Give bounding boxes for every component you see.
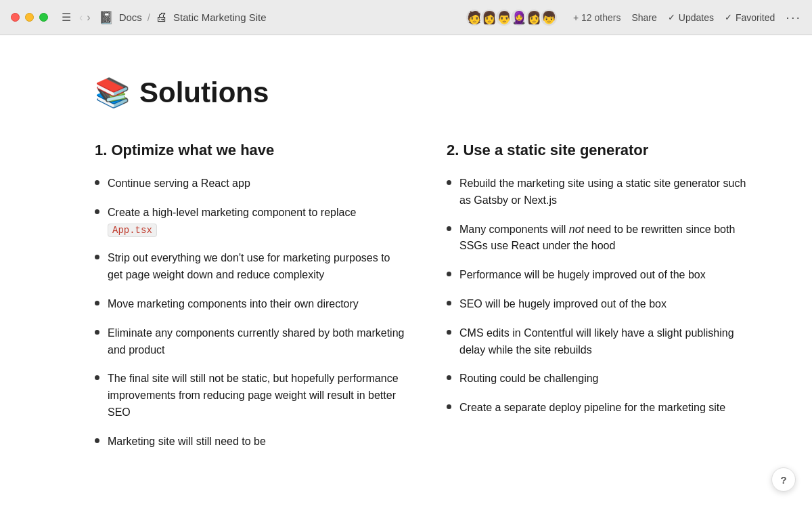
forward-arrow[interactable]: ›: [87, 12, 90, 24]
col2-heading: 2. Use a static site generator: [447, 142, 758, 159]
traffic-lights: [11, 13, 48, 22]
bullet-dot: [447, 330, 451, 335]
list-item: Move marketing components into their own…: [95, 296, 406, 313]
bullet-dot: [447, 180, 451, 185]
list-item: Create a separate deploy pipeline for th…: [447, 400, 758, 417]
column-1: 1. Optimize what we have Continue servin…: [95, 142, 406, 450]
titlebar-right: 🧑 👩 👨 🧕 👩 👦 + 12 others Share ✓ Updates …: [465, 8, 801, 27]
bullet-dot: [95, 375, 99, 380]
minimize-button[interactable]: [25, 13, 34, 22]
avatar-group: 🧑 👩 👨 🧕 👩 👦: [465, 8, 558, 27]
avatar: 👦: [539, 8, 558, 27]
list-item: The final site will still not be static,…: [95, 371, 406, 421]
col1-list: Continue serving a React app Create a hi…: [95, 175, 406, 450]
list-item: Eliminate any components currently share…: [95, 325, 406, 359]
favorited-button[interactable]: ✓ Favorited: [725, 12, 775, 23]
breadcrumb-page[interactable]: Static Marketing Site: [173, 12, 267, 23]
list-item-text: Many components will not need to be rewr…: [459, 221, 758, 255]
code-tag: App.tsx: [108, 224, 157, 237]
list-item-text: Create a high-level marketing component …: [108, 205, 406, 238]
list-item-text: Marketing site will still need to be: [108, 433, 266, 450]
docs-icon: 📓: [99, 10, 114, 25]
more-users-label: + 12 others: [573, 12, 621, 23]
share-button[interactable]: Share: [631, 12, 656, 23]
titlebar: ☰ ‹ › 📓 Docs / 🖨 Static Marketing Site 🧑…: [0, 0, 812, 35]
close-button[interactable]: [11, 13, 20, 22]
list-item: Many components will not need to be rewr…: [447, 221, 758, 255]
list-item-text: Performance will be hugely improved out …: [459, 267, 706, 284]
list-item: Routing could be challenging: [447, 371, 758, 387]
content-area: 📚 Solutions 1. Optimize what we have Con…: [0, 35, 812, 508]
check-icon: ✓: [668, 12, 675, 22]
share-label: Share: [631, 12, 656, 23]
title-emoji: 📚: [95, 76, 130, 109]
bullet-dot: [447, 375, 451, 380]
page-title: 📚 Solutions: [95, 76, 758, 109]
bullet-dot: [95, 255, 99, 259]
list-item: Performance will be hugely improved out …: [447, 267, 758, 284]
list-item-text: SEO will be hugely improved out of the b…: [459, 296, 667, 313]
list-item-text: Routing could be challenging: [459, 371, 598, 387]
bullet-dot: [447, 404, 451, 409]
bullet-dot: [95, 301, 99, 305]
bullet-dot: [447, 226, 451, 231]
list-item: Strip out everything we don't use for ma…: [95, 250, 406, 284]
bullet-dot: [447, 272, 451, 276]
fullscreen-button[interactable]: [39, 13, 48, 22]
list-item-text: CMS edits in Contentful will likely have…: [459, 325, 758, 359]
list-item: Marketing site will still need to be: [95, 433, 406, 450]
list-item-text: Continue serving a React app: [108, 175, 250, 192]
bullet-dot: [447, 301, 451, 305]
hamburger-icon[interactable]: ☰: [62, 11, 71, 24]
col2-list: Rebuild the marketing site using a stati…: [447, 175, 758, 417]
nav-arrows: ‹ ›: [79, 12, 91, 24]
list-item-text: Rebuild the marketing site using a stati…: [459, 175, 758, 209]
list-item-text: Move marketing components into their own…: [108, 296, 359, 313]
column-2: 2. Use a static site generator Rebuild t…: [447, 142, 758, 450]
bullet-dot: [95, 180, 99, 185]
favorited-label: Favorited: [736, 12, 775, 23]
list-item-text: Eliminate any components currently share…: [108, 325, 406, 359]
breadcrumb-separator: /: [148, 12, 150, 23]
title-text: Solutions: [139, 77, 269, 109]
updates-label: Updates: [679, 12, 714, 23]
bullet-dot: [95, 330, 99, 335]
more-options-button[interactable]: ···: [786, 9, 801, 25]
list-item-text: The final site will still not be static,…: [108, 371, 406, 421]
list-item: SEO will be hugely improved out of the b…: [447, 296, 758, 313]
breadcrumb: 📓 Docs / 🖨 Static Marketing Site: [99, 10, 267, 25]
list-item: Continue serving a React app: [95, 175, 406, 192]
list-item: CMS edits in Contentful will likely have…: [447, 325, 758, 359]
bullet-dot: [95, 438, 99, 443]
columns-container: 1. Optimize what we have Continue servin…: [95, 142, 758, 450]
breadcrumb-docs[interactable]: Docs: [119, 12, 142, 23]
col1-heading: 1. Optimize what we have: [95, 142, 406, 159]
updates-button[interactable]: ✓ Updates: [668, 12, 714, 23]
list-item-text: Create a separate deploy pipeline for th…: [459, 400, 725, 417]
list-item-text: Strip out everything we don't use for ma…: [108, 250, 406, 284]
check-icon-fav: ✓: [725, 12, 732, 22]
help-button[interactable]: ?: [771, 467, 796, 492]
list-item: Rebuild the marketing site using a stati…: [447, 175, 758, 209]
page-icon: 🖨: [156, 10, 168, 24]
bullet-dot: [95, 209, 99, 214]
back-arrow[interactable]: ‹: [79, 12, 83, 24]
list-item: Create a high-level marketing component …: [95, 205, 406, 238]
